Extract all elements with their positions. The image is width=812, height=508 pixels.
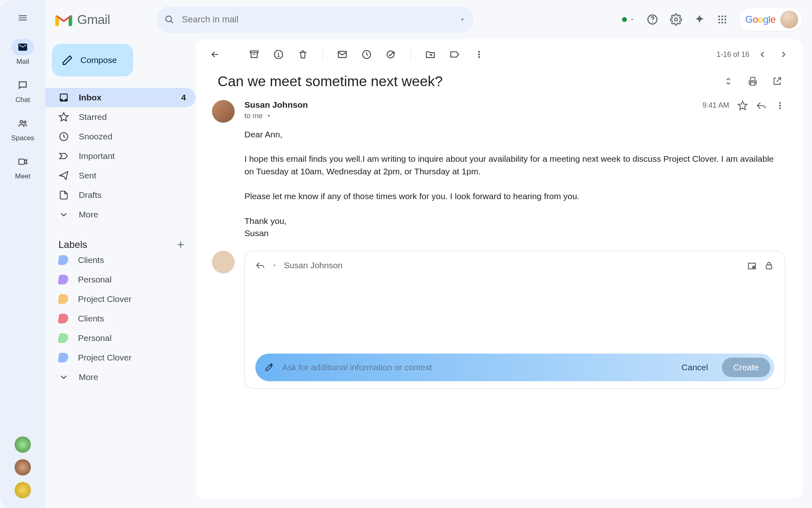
drafts-icon — [58, 190, 69, 200]
chat-avatar-2[interactable] — [15, 459, 31, 475]
message-pane: 1-16 of 16 Can we meet sometime next wee… — [196, 39, 803, 499]
svg-point-14 — [718, 22, 720, 23]
settings-button[interactable] — [670, 13, 682, 26]
svg-point-26 — [779, 102, 781, 104]
message-more-button[interactable] — [775, 100, 785, 111]
label-personal-1[interactable]: Personal — [45, 270, 196, 289]
label-swatch — [58, 353, 69, 363]
nav-snoozed[interactable]: Snoozed — [45, 127, 196, 146]
add-label-button[interactable] — [175, 239, 186, 250]
label-personal-2[interactable]: Personal — [45, 328, 196, 348]
more-vertical-icon — [474, 49, 484, 60]
gmail-wordmark: Gmail — [77, 12, 110, 27]
nav-important-label: Important — [79, 151, 115, 161]
search-bar[interactable] — [157, 6, 473, 33]
rail-spaces[interactable]: Spaces — [11, 115, 35, 142]
print-button[interactable] — [745, 73, 761, 89]
svg-point-27 — [779, 104, 781, 106]
popout-reply-button[interactable] — [747, 260, 757, 271]
rail-chat[interactable]: Chat — [11, 77, 34, 104]
labels-more[interactable]: More — [45, 367, 196, 387]
next-message-button[interactable] — [775, 46, 792, 63]
sender-avatar[interactable] — [212, 100, 235, 123]
account-avatar[interactable] — [780, 11, 798, 28]
svg-point-15 — [721, 22, 723, 23]
magic-pencil-icon — [264, 363, 274, 372]
nav-starred[interactable]: Starred — [45, 107, 196, 127]
meet-icon — [17, 156, 28, 167]
nav-inbox-count: 4 — [181, 93, 186, 102]
nav-drafts[interactable]: Drafts — [45, 185, 196, 205]
account-chip[interactable]: Google — [739, 8, 802, 31]
expand-all-button[interactable] — [720, 73, 736, 89]
ai-cancel-button[interactable]: Cancel — [676, 363, 714, 372]
nav-inbox[interactable]: Inbox 4 — [45, 88, 196, 107]
add-task-button[interactable] — [383, 46, 399, 63]
snooze-button[interactable] — [358, 46, 375, 63]
label-clients-2[interactable]: Clients — [45, 309, 196, 328]
nav-sent[interactable]: Sent — [45, 166, 196, 185]
search-options-icon[interactable] — [459, 16, 466, 23]
message-toolbar: 1-16 of 16 — [196, 39, 803, 70]
confidential-mode-button[interactable] — [764, 260, 774, 271]
nav-drafts-label: Drafts — [79, 190, 102, 200]
label-icon — [449, 49, 460, 60]
rail-meet-label: Meet — [15, 172, 30, 180]
label-swatch — [58, 333, 69, 343]
reply-to-name: Susan Johnson — [284, 261, 343, 270]
svg-point-11 — [718, 19, 720, 20]
reply-composer[interactable]: Susan Johnson Cancel Create — [244, 251, 785, 389]
logo-area[interactable]: Gmail — [52, 12, 150, 27]
reply-mode-dropdown[interactable] — [272, 263, 277, 268]
svg-point-13 — [724, 19, 726, 20]
chat-avatar-1[interactable] — [15, 436, 31, 453]
reply-arrow-icon[interactable] — [255, 261, 265, 270]
label-clients-1[interactable]: Clients — [45, 250, 196, 270]
svg-point-16 — [724, 22, 726, 23]
folder-move-icon — [425, 49, 436, 60]
main-menu-button[interactable] — [13, 8, 32, 28]
search-input[interactable] — [182, 14, 451, 25]
show-details-button[interactable] — [265, 112, 272, 119]
nav-important[interactable]: Important — [45, 146, 196, 166]
label-project-clover-2[interactable]: Project Clover — [45, 348, 196, 367]
reply-button[interactable] — [756, 100, 767, 111]
status-indicator[interactable] — [622, 17, 635, 22]
chevron-left-icon — [758, 50, 767, 59]
spaces-icon — [17, 118, 28, 129]
spam-button[interactable] — [270, 46, 287, 63]
back-button[interactable] — [207, 46, 223, 63]
arrow-left-icon — [210, 49, 220, 60]
mark-unread-button[interactable] — [334, 46, 350, 63]
my-avatar[interactable] — [212, 251, 235, 274]
chat-avatar-3[interactable] — [15, 482, 31, 498]
gemini-button[interactable] — [693, 13, 706, 26]
open-new-window-button[interactable] — [769, 73, 785, 89]
important-icon — [58, 151, 69, 161]
archive-button[interactable] — [246, 46, 262, 63]
star-message-button[interactable] — [737, 100, 748, 111]
nav-more[interactable]: More — [45, 205, 196, 224]
delete-button[interactable] — [295, 46, 311, 63]
mail-icon — [17, 42, 28, 52]
apps-button[interactable] — [717, 14, 728, 25]
label-project-clover-1[interactable]: Project Clover — [45, 289, 196, 309]
app-header: Gmail Google — [45, 0, 812, 39]
label-button[interactable] — [447, 46, 463, 63]
prev-message-button[interactable] — [754, 46, 771, 63]
sent-icon — [58, 170, 69, 181]
ai-create-button[interactable]: Create — [722, 358, 770, 377]
move-to-button[interactable] — [422, 46, 438, 63]
more-actions-button[interactable] — [471, 46, 487, 63]
ai-prompt-input[interactable] — [282, 363, 668, 372]
svg-point-6 — [652, 22, 653, 23]
search-icon — [164, 14, 175, 25]
gear-icon — [670, 13, 682, 26]
rail-mail[interactable]: Mail — [11, 39, 34, 66]
label-text: Personal — [78, 333, 112, 343]
svg-point-28 — [779, 107, 781, 109]
compose-label: Compose — [80, 55, 117, 65]
support-button[interactable] — [646, 13, 659, 26]
compose-button[interactable]: Compose — [52, 44, 133, 76]
rail-meet[interactable]: Meet — [11, 154, 34, 180]
